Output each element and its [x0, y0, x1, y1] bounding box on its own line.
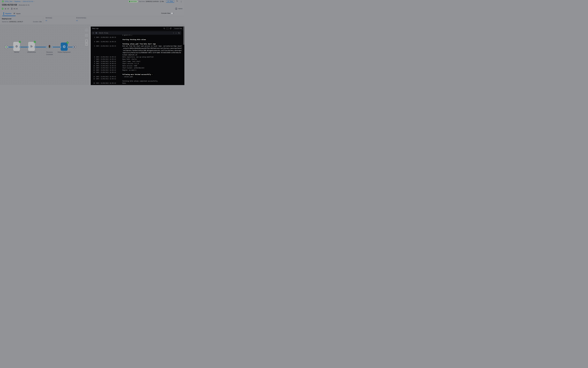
- stage-name: DeployLocal: [2, 18, 11, 20]
- node-service[interactable]: ⚙: [13, 42, 20, 51]
- node-rollout-deployment[interactable]: [61, 43, 68, 51]
- stage-started: Started at: 15/09/2022, 16:09:27: [2, 21, 23, 23]
- log-row: 12INFO15/09/2022 16:09:42Region: us-east…: [91, 69, 184, 71]
- connector-port: [13, 46, 14, 48]
- fullscreen-icon[interactable]: [167, 28, 168, 29]
- elapsed-time-value: 59s: [161, 1, 164, 2]
- log-rows: 3INFO15/09/2022 16:09:35Starting fetchin…: [91, 36, 184, 84]
- scroll-up-icon[interactable]: ↑: [173, 32, 174, 34]
- search-icon[interactable]: [163, 28, 165, 29]
- connector-line: [20, 47, 28, 47]
- scroll-down-icon[interactable]: ↓: [176, 32, 177, 34]
- connector-line: [35, 47, 46, 47]
- infrastructure-icon: [30, 45, 33, 48]
- breadcrumb-project-link[interactable]: CFDs_Test: [5, 0, 12, 2]
- step-logs-drawer: Step Logs Console View Fetch Files ↑ ↓ 9…: [91, 27, 184, 85]
- stage-duration-value: 22s: [39, 21, 42, 23]
- user-avatar-icon: [175, 8, 177, 10]
- node-infrastructure[interactable]: [28, 42, 35, 51]
- connector-port: [52, 46, 53, 48]
- user-menu[interactable]: Admin: [175, 8, 182, 10]
- pipeline-tab-icon: [3, 12, 4, 15]
- log-row: 10INFO15/09/2022 16:09:42Helm version: V…: [91, 65, 184, 67]
- connector-line: [8, 47, 13, 47]
- log-row: 5INFO15/09/2022 16:09:35Did not find the…: [91, 45, 184, 56]
- services-label: Service(s): [46, 17, 52, 19]
- step-logs-header: Step Logs Console View: [91, 27, 184, 30]
- breadcrumb-separator: ›: [21, 0, 22, 2]
- log-row: 16INFO15/09/2022 16:09:42Done.: [91, 82, 184, 84]
- play-icon: [6, 46, 7, 48]
- service-gear-icon: ⚙: [15, 45, 18, 48]
- stage-services: Service(s) s2: [46, 17, 52, 21]
- eye-icon: [167, 1, 169, 2]
- rollout-success-badge: [66, 42, 68, 44]
- log-row: 4INFO15/09/2022 16:09:35Fetching values.…: [91, 41, 184, 45]
- connector-port: [34, 46, 36, 48]
- pipeline-start-node[interactable]: [4, 45, 8, 49]
- log-row: 8INFO15/09/2022 16:09:42Chart name: test…: [91, 60, 184, 63]
- breadcrumb-row: CFDs_Test › Pipelines › CDS-41722-S3 › S…: [0, 0, 184, 3]
- selection-mode-button[interactable]: [85, 34, 88, 37]
- drawer-resize-handle[interactable]: [90, 27, 91, 85]
- log-row: 11INFO15/09/2022 16:09:42Chart bucket: a…: [91, 67, 184, 69]
- step-success-icon: [95, 32, 97, 34]
- log-row: 14INFO15/09/2022 16:09:42- values.yaml: [91, 76, 184, 78]
- chevron-down-icon: [93, 33, 94, 34]
- stop-icon: [74, 46, 75, 48]
- fit-to-screen-button[interactable]: [85, 29, 88, 32]
- connector-port: [46, 46, 47, 48]
- node-resource-constraint[interactable]: [49, 45, 50, 48]
- green-light-icon: [49, 47, 50, 48]
- tab-pipeline[interactable]: Pipeline: [3, 11, 11, 16]
- step-logs-title: Step Logs: [92, 28, 99, 29]
- log-scrollbar-thumb[interactable]: [183, 26, 184, 45]
- console-view-button[interactable]: Console View: [173, 27, 183, 30]
- log-row: 15INFO15/09/2022 16:09:42Fetching helm v…: [91, 78, 184, 82]
- service-gear-icon: ⚙: [5, 8, 6, 10]
- view-button[interactable]: View: [166, 0, 174, 3]
- stage-started-value: 15/09/2022, 16:09:27: [9, 21, 23, 23]
- connector-port: [19, 46, 21, 48]
- red-light-icon: [49, 45, 50, 46]
- environment-icon: [11, 8, 13, 10]
- fit-icon: [86, 30, 87, 31]
- more-options-menu-icon[interactable]: [180, 0, 182, 3]
- breadcrumb-pipelines-link[interactable]: Pipelines: [14, 0, 20, 2]
- page-title: CDS-41722-S3: [2, 3, 17, 6]
- tab-pipeline-label: Pipeline: [5, 13, 11, 14]
- success-check-icon: [129, 1, 130, 2]
- status-badge-label: SUCCESS: [131, 1, 137, 2]
- tab-bar: Pipeline Inputs Console View: [0, 11, 184, 16]
- log-section-fetch-files[interactable]: Fetch Files ↑ ↓ 9s: [92, 31, 181, 35]
- inputs-tab-icon: [14, 13, 15, 14]
- log-output[interactable]: m getHTTPS } 3INFO15/09/2022 16:09:35Sta…: [91, 35, 184, 85]
- clipped-log-line: m getHTTPS }: [91, 35, 184, 36]
- connector-port: [72, 46, 74, 48]
- zoom-in-button[interactable]: +: [86, 39, 87, 43]
- connector-port: [60, 46, 61, 48]
- node-label-rollout-deployment: Rollout Deployment: [57, 51, 71, 54]
- console-view-label: Console View: [161, 12, 170, 14]
- infrastructure-success-badge: [34, 41, 36, 43]
- selection-icon: [86, 35, 87, 37]
- tab-inputs[interactable]: Inputs: [14, 11, 20, 16]
- execution-id: (Execution Id: 8): [19, 4, 29, 6]
- refresh-icon[interactable]: ↻: [176, 0, 178, 2]
- environments-value-link[interactable]: e1: [76, 20, 86, 21]
- console-view-toggle[interactable]: [171, 13, 174, 14]
- connector-line: [52, 47, 61, 47]
- connector-line: [68, 47, 73, 47]
- service-success-badge: [19, 41, 21, 43]
- zoom-out-button[interactable]: −: [86, 43, 87, 46]
- environments-label: Environment(s): [76, 17, 86, 19]
- service-tag: s2: [7, 8, 9, 9]
- environment-tag: e2, e1: [14, 8, 18, 9]
- services-value-link[interactable]: s2: [46, 20, 52, 21]
- open-in-new-icon[interactable]: [170, 28, 171, 29]
- harness-logo-icon: [2, 0, 4, 2]
- view-button-label: View: [170, 0, 173, 2]
- node-label-resource-constraint: Resource Constraint: [44, 51, 55, 56]
- breadcrumb-pipeline-link[interactable]: CDS-41722-S3: [23, 0, 33, 2]
- user-name: Admin: [178, 8, 182, 9]
